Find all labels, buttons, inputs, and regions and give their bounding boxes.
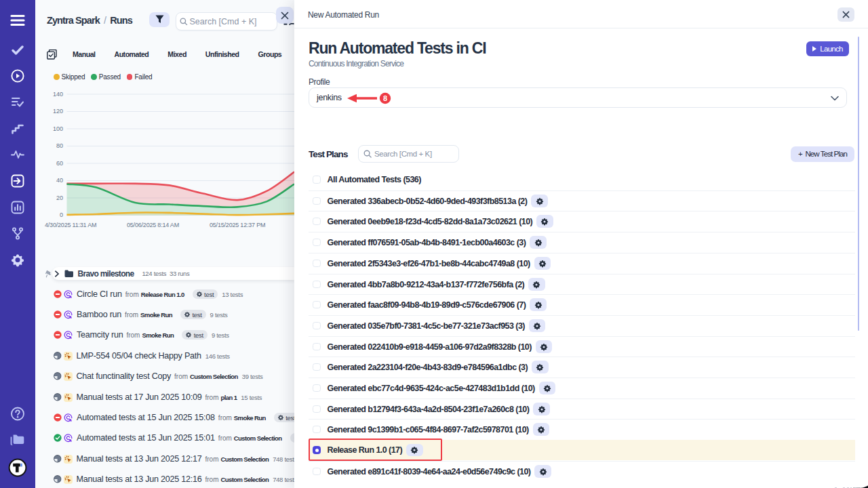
svg-text:8: 8 bbox=[383, 94, 387, 102]
